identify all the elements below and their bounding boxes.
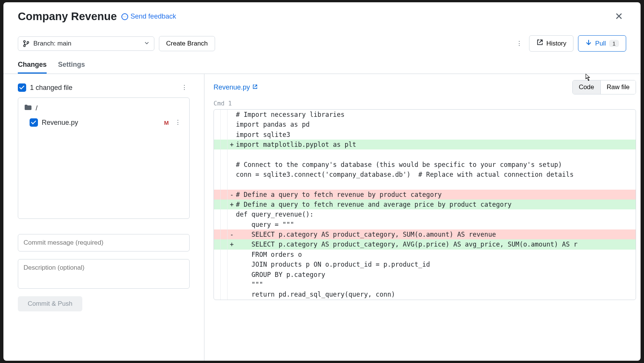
svg-point-2 — [27, 41, 29, 43]
diff-line: query = """ — [214, 220, 636, 229]
commit-area: Commit & Push — [18, 234, 190, 311]
modified-badge: M — [164, 119, 169, 126]
toolbar: Branch: main Create Branch ⋮ History — [3, 24, 641, 52]
svg-point-1 — [24, 45, 25, 47]
changed-summary: 1 changed file — [30, 84, 72, 92]
tab-settings[interactable]: Settings — [58, 61, 85, 74]
commit-description-input[interactable] — [18, 259, 190, 289]
tree-file-revenue[interactable]: Revenue.py M ⋮ — [23, 115, 185, 130]
tree-root[interactable]: / — [23, 102, 185, 115]
commit-push-button[interactable]: Commit & Push — [18, 296, 82, 311]
select-all-checkbox[interactable] — [18, 83, 26, 92]
feedback-text: Send feedback — [130, 13, 176, 20]
main-panel: Revenue.py Code Raw file Cmd 1 # Import … — [204, 74, 641, 361]
diff-line: import pandas as pd — [214, 119, 636, 129]
external-link-icon — [252, 83, 258, 91]
folder-icon — [24, 104, 32, 113]
file-name: Revenue.py — [42, 119, 78, 127]
diff-line: def query_revenue(): — [214, 209, 636, 219]
diff-line: - SELECT p.category AS product_category,… — [214, 229, 636, 239]
diff-line: +# Define a query to fetch revenue and a… — [214, 200, 636, 209]
pull-count-badge: 1 — [609, 40, 619, 47]
cmd-label: Cmd 1 — [214, 99, 636, 109]
view-mode-toggle: Code Raw file — [572, 80, 636, 94]
pull-button[interactable]: Pull 1 — [578, 35, 626, 52]
file-header: Revenue.py Code Raw file — [214, 79, 636, 99]
diff-line: # Connect to the company's database (thi… — [214, 160, 636, 170]
diff-line — [214, 149, 636, 159]
files-more-button[interactable]: ⋮ — [179, 82, 190, 93]
tab-changes[interactable]: Changes — [18, 61, 47, 74]
create-branch-button[interactable]: Create Branch — [159, 36, 215, 51]
diff-line: """ — [214, 280, 636, 289]
file-more-button[interactable]: ⋮ — [173, 117, 183, 128]
comment-icon — [121, 13, 128, 20]
diff-line: GROUP BY p.category — [214, 270, 636, 280]
tabs: Changes Settings — [3, 52, 641, 74]
sidebar: 1 changed file ⋮ / Revenue.py M — [3, 74, 204, 361]
git-branch-icon — [23, 40, 30, 47]
diff-line: # Import necessary libraries — [214, 110, 636, 119]
diff-line: conn = sqlite3.connect('company_database… — [214, 170, 636, 179]
body: 1 changed file ⋮ / Revenue.py M — [3, 74, 641, 361]
view-mode-code[interactable]: Code — [573, 80, 601, 94]
diff-line: FROM orders o — [214, 250, 636, 259]
close-icon: ✕ — [615, 11, 623, 22]
view-mode-raw[interactable]: Raw file — [601, 80, 636, 94]
file-checkbox[interactable] — [30, 118, 38, 127]
branch-label: Branch: main — [33, 40, 71, 47]
branch-selector[interactable]: Branch: main — [18, 36, 154, 51]
commit-message-input[interactable] — [18, 234, 190, 251]
external-link-icon — [536, 39, 543, 48]
diff-line: return pd.read_sql_query(query, conn) — [214, 289, 636, 299]
history-button[interactable]: History — [529, 35, 573, 52]
arrow-down-icon — [585, 39, 592, 48]
diff-line: import sqlite3 — [214, 130, 636, 140]
diff-line: -# Define a query to fetch revenue by pr… — [214, 190, 636, 200]
close-button[interactable]: ✕ — [612, 9, 626, 24]
diff-viewer: # Import necessary libraries import pand… — [214, 109, 636, 300]
modal-header: Company Revenue Send feedback ✕ — [3, 2, 641, 24]
file-link[interactable]: Revenue.py — [214, 83, 258, 91]
diff-line — [214, 179, 636, 189]
page-title: Company Revenue — [18, 10, 117, 23]
diff-line: + SELECT p.category AS product_category,… — [214, 239, 636, 249]
more-menu-button[interactable]: ⋮ — [514, 38, 525, 49]
file-tree: / Revenue.py M ⋮ — [18, 97, 190, 219]
chevron-down-icon — [144, 40, 149, 47]
kebab-icon: ⋮ — [175, 119, 181, 126]
changed-files-row: 1 changed file ⋮ — [18, 79, 190, 96]
send-feedback-link[interactable]: Send feedback — [121, 13, 176, 20]
kebab-icon: ⋮ — [516, 40, 522, 47]
kebab-icon: ⋮ — [181, 84, 187, 91]
svg-point-0 — [24, 41, 25, 42]
diff-line: +import matplotlib.pyplot as plt — [214, 140, 636, 149]
git-modal: Company Revenue Send feedback ✕ Branch: … — [3, 2, 641, 361]
diff-line: JOIN products p ON o.product_id = p.prod… — [214, 259, 636, 269]
